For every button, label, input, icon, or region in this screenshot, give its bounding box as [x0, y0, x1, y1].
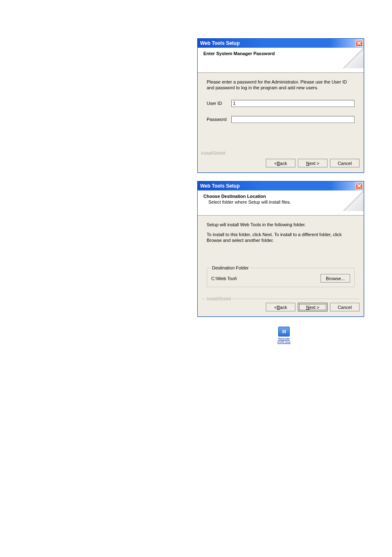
header-panel: Enter System Manager Password	[198, 48, 364, 73]
shortcut-label: Remote DVR.exe	[277, 337, 291, 344]
dialog-body: Please enter a password for the Administ…	[198, 73, 364, 126]
destination-dialog: Web Tools Setup Choose Destination Locat…	[197, 181, 364, 317]
back-button[interactable]: < Back	[266, 303, 295, 311]
userid-input[interactable]	[231, 100, 355, 107]
close-icon[interactable]	[355, 40, 363, 46]
password-label: Password	[207, 117, 231, 122]
destination-path: C:\Web Tool\	[211, 276, 237, 281]
dialog-footer: InstallShield < Back Next > Cancel	[198, 295, 364, 316]
dialog-footer: < Back Next > Cancel	[198, 155, 364, 172]
instruction-text: Please enter a password for the Administ…	[207, 79, 355, 91]
group-title: Destination Folder	[210, 265, 250, 270]
titlebar[interactable]: Web Tools Setup	[198, 181, 364, 190]
installshield-label: InstallShield	[206, 296, 232, 301]
page-title: Enter System Manager Password	[203, 51, 358, 56]
close-icon[interactable]	[355, 183, 363, 189]
password-dialog: Web Tools Setup Enter System Manager Pas…	[197, 38, 364, 173]
back-button[interactable]: < Back	[266, 159, 295, 167]
browse-button[interactable]: Browse...	[321, 274, 350, 283]
dialog-body: Setup will install Web Tools in the foll…	[198, 216, 364, 290]
next-button[interactable]: Next >	[298, 159, 327, 167]
page-curl-graphic	[343, 48, 364, 68]
window-title: Web Tools Setup	[200, 183, 240, 189]
app-icon: M	[278, 327, 290, 337]
installshield-label: InstallShield	[201, 151, 225, 155]
password-input[interactable]	[231, 116, 355, 123]
userid-label: User ID	[207, 101, 231, 106]
cancel-button[interactable]: Cancel	[330, 159, 360, 167]
window-title: Web Tools Setup	[200, 40, 240, 46]
page-subtitle: Select folder where Setup will install f…	[208, 200, 358, 204]
next-button[interactable]: Next >	[298, 303, 327, 311]
instruction-line2: To install to this folder, click Next. T…	[207, 232, 355, 244]
instruction-line1: Setup will install Web Tools in the foll…	[207, 222, 355, 228]
page-title: Choose Destination Location	[203, 194, 358, 199]
desktop-shortcut[interactable]: M Remote DVR.exe	[276, 327, 292, 344]
page-curl-graphic	[343, 190, 364, 211]
destination-folder-group: Destination Folder C:\Web Tool\ Browse..…	[207, 268, 355, 287]
titlebar[interactable]: Web Tools Setup	[198, 39, 364, 48]
cancel-button[interactable]: Cancel	[330, 303, 360, 311]
header-panel: Choose Destination Location Select folde…	[198, 190, 364, 216]
